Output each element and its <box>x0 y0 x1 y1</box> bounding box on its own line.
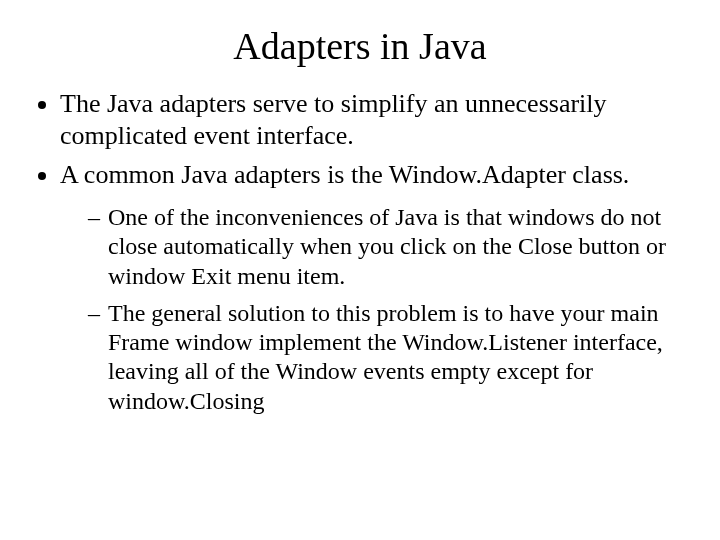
sub-bullet-list: One of the inconveniences of Java is tha… <box>60 203 692 416</box>
slide: Adapters in Java The Java adapters serve… <box>0 0 720 540</box>
bullet-item: The Java adapters serve to simplify an u… <box>60 88 692 151</box>
bullet-text: A common Java adapters is the Window.Ada… <box>60 160 629 189</box>
sub-bullet-item: The general solution to this problem is … <box>88 299 692 416</box>
bullet-list: The Java adapters serve to simplify an u… <box>28 88 692 416</box>
slide-title: Adapters in Java <box>28 24 692 68</box>
bullet-item: A common Java adapters is the Window.Ada… <box>60 159 692 416</box>
sub-bullet-item: One of the inconveniences of Java is tha… <box>88 203 692 291</box>
